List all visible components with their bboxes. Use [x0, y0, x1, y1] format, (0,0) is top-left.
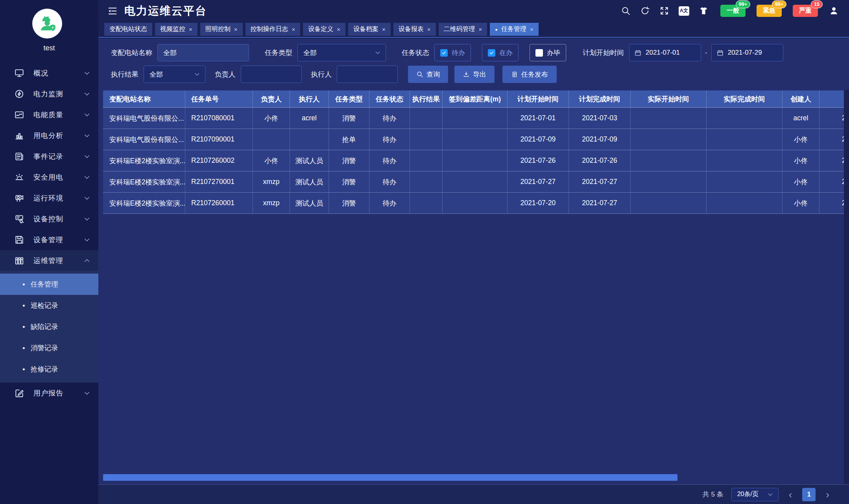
sidebar-item-电能质量[interactable]: 电能质量	[0, 104, 98, 125]
sidebar-item-安全用电[interactable]: 安全用电	[0, 167, 98, 188]
tab-任务管理[interactable]: ●任务管理×	[490, 23, 538, 36]
column-header-变配电站名称[interactable]: 变配电站名称	[103, 90, 185, 108]
user-avatar[interactable]	[32, 9, 62, 39]
table-cell: 消警	[329, 171, 369, 193]
sidebar-item-事件记录[interactable]: 事件记录	[0, 146, 98, 167]
submenu-item-抢修记录[interactable]: •抢修记录	[0, 359, 98, 380]
table-cell: 测试人员	[290, 193, 329, 214]
column-header-计划完成时间[interactable]: 计划完成时间	[569, 90, 631, 108]
table-row[interactable]: 安科瑞E楼2楼实验室演...R2107260002小佟测试人员消警待办2021-…	[103, 150, 844, 171]
sidebar-item-设备管理[interactable]: 设备管理	[0, 229, 98, 250]
column-header-任务类型[interactable]: 任务类型	[329, 90, 369, 108]
calendar-icon	[634, 49, 642, 57]
close-icon[interactable]: ×	[479, 26, 482, 33]
task-type-select[interactable]: 全部	[297, 44, 386, 61]
sidebar-item-用电分析[interactable]: 用电分析	[0, 125, 98, 146]
submenu-item-缺陷记录[interactable]: •缺陷记录	[0, 316, 98, 337]
tab-设备档案[interactable]: 设备档案×	[348, 23, 391, 36]
table-cell: 安科瑞E楼2楼实验室演...	[103, 171, 185, 193]
table-row[interactable]: 安科瑞电气股份有限公...R2107090001抢单待办2021-07-0920…	[103, 129, 844, 150]
sidebar-item-label: 设备管理	[33, 235, 83, 245]
sidebar-item-设备控制[interactable]: 设备控制	[0, 208, 98, 229]
tab-控制操作日志[interactable]: 控制操作日志×	[245, 23, 301, 36]
tab-视频监控[interactable]: 视频监控×	[155, 23, 197, 36]
tab-变配电站状态[interactable]: 变配电站状态	[104, 23, 152, 36]
station-name-input[interactable]	[158, 44, 249, 61]
close-icon[interactable]: ×	[427, 26, 431, 33]
table-row[interactable]: 安科瑞E楼2楼实验室演...R2107270001xmzp测试人员消警待办202…	[103, 171, 844, 193]
alarm-button-一般[interactable]: 一般99+	[720, 5, 746, 17]
date-from-picker[interactable]: 2021-07-01	[629, 44, 701, 61]
tab-设备报表[interactable]: 设备报表×	[393, 23, 436, 36]
alarm-button-紧急[interactable]: 紧急99+	[757, 5, 782, 17]
sidebar-item-概况[interactable]: 概况	[0, 63, 98, 83]
status-checkbox-在办[interactable]: 在办	[482, 44, 519, 61]
sidebar-item-运行环境[interactable]: 运行环境	[0, 188, 98, 208]
close-icon[interactable]: ×	[530, 26, 533, 33]
task-type-value: 全部	[303, 48, 317, 57]
task-status-label: 任务状态	[402, 48, 429, 57]
refresh-icon[interactable]	[640, 6, 650, 16]
column-header-实际完成时间[interactable]: 实际完成时间	[707, 90, 783, 108]
column-header-任务单号[interactable]: 任务单号	[185, 90, 253, 108]
sidebar-item-用户报告[interactable]: 用户报告	[0, 383, 98, 403]
filter-row-2: 执行结果 全部 负责人 执行人 查询 导出	[111, 66, 849, 83]
close-icon[interactable]: ×	[382, 26, 386, 33]
column-header-执行结果[interactable]: 执行结果	[410, 90, 443, 108]
page-title: 电力运维云平台	[124, 4, 207, 18]
next-page-button[interactable]: ›	[823, 489, 832, 500]
sidebar-item-运维管理[interactable]: 运维管理	[0, 250, 98, 271]
prev-page-button[interactable]: ‹	[786, 489, 795, 500]
user-icon[interactable]	[829, 6, 839, 16]
fullscreen-icon[interactable]	[659, 6, 669, 16]
query-button[interactable]: 查询	[408, 66, 448, 83]
table-cell	[290, 129, 329, 150]
column-header-负责人[interactable]: 负责人	[253, 90, 290, 108]
column-header-extra[interactable]	[819, 90, 844, 108]
horizontal-scrollbar[interactable]	[103, 474, 677, 481]
exec-result-select[interactable]: 全部	[144, 66, 205, 83]
tab-设备定义[interactable]: 设备定义×	[303, 23, 345, 36]
column-header-任务状态[interactable]: 任务状态	[369, 90, 410, 108]
owner-input[interactable]	[241, 66, 301, 83]
status-checkbox-待办[interactable]: 待办	[434, 44, 471, 61]
executor-input[interactable]	[337, 66, 397, 83]
submenu-item-巡检记录[interactable]: •巡检记录	[0, 295, 98, 316]
page-size-select[interactable]: 20条/页	[731, 488, 779, 501]
date-to-picker[interactable]: 2021-07-29	[711, 44, 783, 61]
submenu-item-任务管理[interactable]: •任务管理	[0, 274, 98, 295]
publish-task-button[interactable]: 任务发布	[502, 66, 557, 83]
status-checkbox-label: 在办	[499, 48, 513, 57]
sidebar-item-电力监测[interactable]: 电力监测	[0, 83, 98, 104]
column-header-签到偏差距离(m)[interactable]: 签到偏差距离(m)	[443, 90, 508, 108]
menu-fold-icon[interactable]	[107, 6, 118, 17]
table-cell: 小佟	[253, 150, 290, 171]
page-number-button[interactable]: 1	[802, 488, 816, 501]
date-separator: -	[705, 49, 707, 57]
close-icon[interactable]: ×	[234, 26, 238, 33]
translate-icon[interactable]: A文	[679, 6, 689, 16]
tab-照明控制[interactable]: 照明控制×	[200, 23, 243, 36]
export-button[interactable]: 导出	[454, 66, 495, 83]
theme-shirt-icon[interactable]	[699, 6, 709, 16]
column-header-执行人[interactable]: 执行人	[290, 90, 329, 108]
table-row[interactable]: 安科瑞E楼2楼实验室演...R2107260001xmzp测试人员消警待办202…	[103, 193, 844, 214]
search-icon[interactable]	[621, 6, 631, 16]
column-header-计划开始时间[interactable]: 计划开始时间	[508, 90, 569, 108]
table-row[interactable]: 安科瑞电气股份有限公...R2107080001小佟acrel消警待办2021-…	[103, 108, 844, 129]
submenu-item-消警记录[interactable]: •消警记录	[0, 337, 98, 359]
sidebar-item-label: 电能质量	[33, 110, 83, 120]
sidebar-item-label: 事件记录	[33, 152, 83, 161]
close-icon[interactable]: ×	[292, 26, 295, 33]
alarm-button-严重[interactable]: 严重15	[793, 5, 818, 17]
tab-label: 任务管理	[501, 25, 526, 33]
tab-二维码管理[interactable]: 二维码管理×	[439, 23, 487, 36]
close-icon[interactable]: ×	[337, 26, 340, 33]
exec-result-value: 全部	[149, 70, 163, 79]
close-icon[interactable]: ×	[189, 26, 192, 33]
vertical-scrollbar-track[interactable]	[844, 90, 849, 484]
table-cell: 待办	[369, 171, 410, 193]
column-header-创建人[interactable]: 创建人	[783, 90, 819, 108]
column-header-实际开始时间[interactable]: 实际开始时间	[631, 90, 707, 108]
status-checkbox-办毕[interactable]: 办毕	[530, 44, 566, 61]
